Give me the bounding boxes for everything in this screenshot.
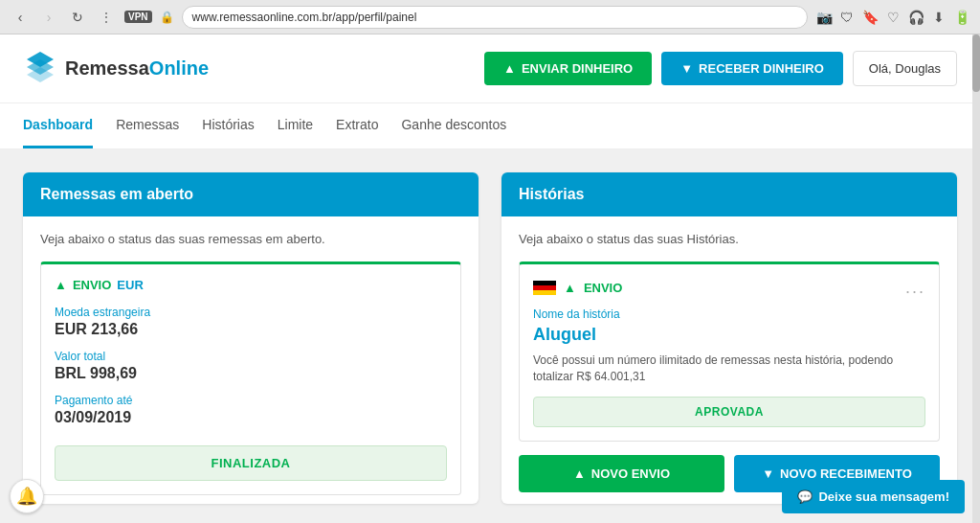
camera-icon[interactable]: 📷 (815, 9, 833, 26)
historias-subtitle: Veja abaixo o status das suas Histórias. (519, 232, 940, 246)
nav-remessas[interactable]: Remessas (116, 103, 179, 148)
pagamento-ate-label: Pagamento até (55, 394, 447, 407)
logo-text: RemessaOnline (65, 57, 209, 80)
address-bar[interactable]: www.remessaonline.com.br/app/perfil/pain… (182, 6, 808, 29)
back-button[interactable]: ‹ (10, 7, 31, 28)
battery-icon: 🔋 (953, 9, 970, 26)
historias-card-body: Veja abaixo o status das suas Histórias.… (501, 216, 957, 504)
historia-item: ▲ ENVIO ... Nome da história Aluguel Voc… (519, 262, 940, 442)
historia-item-header: ▲ ENVIO ... (533, 278, 925, 298)
download-icon[interactable]: ⬇ (930, 9, 947, 26)
historia-arrow-icon: ▲ (564, 281, 576, 295)
chat-icon: 💬 (797, 489, 813, 504)
user-menu-button[interactable]: Olá, Douglas (853, 51, 957, 86)
eur-label: EUR (117, 278, 143, 292)
moeda-value: EUR 213,66 (55, 321, 447, 338)
moeda-label: Moeda estrangeira (55, 306, 447, 319)
valor-total-label: Valor total (55, 350, 447, 363)
finalizada-button[interactable]: FINALIZADA (55, 445, 447, 481)
nav-limite[interactable]: Limite (278, 103, 313, 148)
historia-item-left: ▲ ENVIO (533, 281, 622, 296)
header-actions: ▲ ENVIAR DINHEIRO ▼ RECEBER DINHEIRO Olá… (484, 51, 957, 86)
refresh-button[interactable]: ↻ (67, 7, 88, 28)
dots-menu-icon[interactable]: ... (905, 278, 925, 298)
receber-dinheiro-button[interactable]: ▼ RECEBER DINHEIRO (661, 52, 843, 85)
pagamento-ate-value: 03/09/2019 (55, 409, 447, 426)
grid-button[interactable]: ⋮ (96, 7, 117, 28)
scrollbar[interactable] (972, 34, 980, 523)
nav-ganhe-descontos[interactable]: Ganhe descontos (401, 103, 506, 148)
remessas-subtitle: Veja abaixo o status das suas remessas e… (40, 232, 461, 246)
valor-total-value: BRL 998,69 (55, 365, 447, 382)
remessa-item-header: ▲ ENVIO EUR (55, 278, 447, 292)
shield-icon[interactable]: 🛡 (838, 9, 856, 26)
app-header: RemessaOnline ▲ ENVIAR DINHEIRO ▼ RECEBE… (0, 34, 980, 103)
envio-label: ENVIO (73, 278, 111, 292)
browser-chrome: ‹ › ↻ ⋮ VPN 🔒 www.remessaonline.com.br/a… (0, 0, 980, 34)
logo-icon (23, 48, 57, 89)
forward-button[interactable]: › (38, 7, 59, 28)
remessas-card: Remessas em aberto Veja abaixo o status … (23, 172, 479, 504)
nav-extrato[interactable]: Extrato (336, 103, 378, 148)
historia-envio-label: ENVIO (584, 281, 622, 295)
historias-card-header: Histórias (501, 172, 957, 216)
envio-arrow-icon: ▲ (55, 278, 67, 292)
arrow-down-icon: ▼ (680, 61, 693, 76)
vpn-badge: VPN (124, 11, 152, 23)
novo-envio-button[interactable]: ▲ NOVO ENVIO (519, 455, 724, 492)
bell-icon: 🔔 (16, 486, 37, 507)
app-container: ‹ › ↻ ⋮ VPN 🔒 www.remessaonline.com.br/a… (0, 0, 980, 523)
browser-actions: 📷 🛡 🔖 ♡ 🎧 ⬇ 🔋 (815, 9, 970, 26)
notification-button[interactable]: 🔔 (10, 479, 44, 513)
remessas-card-body: Veja abaixo o status das suas remessas e… (23, 216, 479, 504)
novo-recebimento-arrow-icon: ▼ (762, 466, 774, 481)
remessas-card-header: Remessas em aberto (23, 172, 479, 216)
lock-icon: 🔒 (160, 11, 174, 24)
historias-card: Histórias Veja abaixo o status das suas … (501, 172, 957, 504)
german-flag-icon (533, 281, 556, 296)
heart-icon[interactable]: ♡ (884, 9, 902, 26)
historia-name-value: Aluguel (533, 325, 925, 345)
bookmark-icon[interactable]: 🔖 (861, 9, 879, 26)
historia-description: Você possui um número ilimitado de remes… (533, 352, 925, 385)
app-nav: Dashboard Remessas Histórias Limite Extr… (0, 103, 980, 149)
nav-dashboard[interactable]: Dashboard (23, 103, 93, 148)
historia-name-label: Nome da história (533, 307, 925, 321)
logo: RemessaOnline (23, 48, 209, 89)
remessa-item: ▲ ENVIO EUR Moeda estrangeira EUR 213,66… (40, 262, 461, 495)
nav-historias[interactable]: Histórias (202, 103, 254, 148)
novo-envio-arrow-icon: ▲ (573, 466, 586, 481)
aprovada-button[interactable]: APROVADA (533, 397, 925, 427)
chat-button[interactable]: 💬 Deixe sua mensagem! (782, 480, 965, 513)
scrollbar-thumb[interactable] (972, 34, 980, 92)
app-main: Remessas em aberto Veja abaixo o status … (0, 149, 980, 523)
headphones-icon[interactable]: 🎧 (907, 9, 924, 26)
arrow-up-icon: ▲ (503, 61, 516, 76)
enviar-dinheiro-button[interactable]: ▲ ENVIAR DINHEIRO (484, 52, 652, 85)
